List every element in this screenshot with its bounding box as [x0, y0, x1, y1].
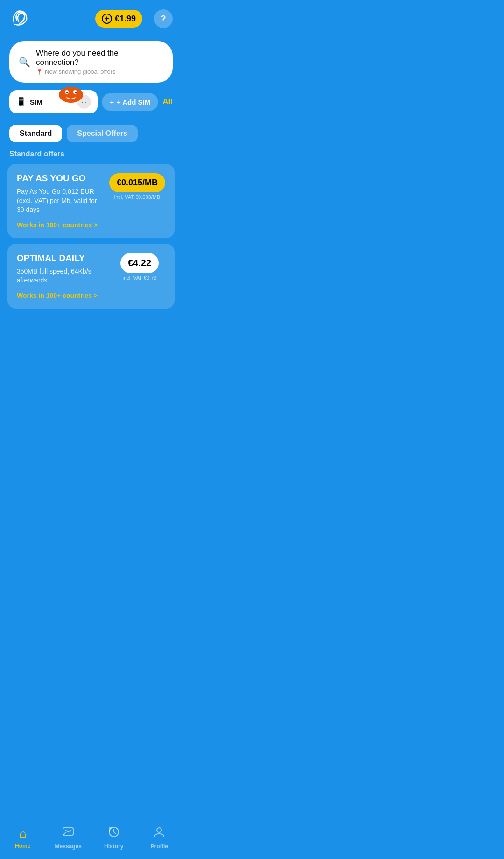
sim-icon: 📱: [16, 97, 26, 107]
balance-amount: €1.99: [115, 14, 136, 24]
nav-home-label: Home: [15, 843, 30, 849]
question-icon: ?: [161, 14, 166, 24]
tabs-row: Standard Special Offers: [0, 121, 182, 148]
price-badge-payg: €0.015/MB: [109, 173, 165, 192]
section-label: Standard offers: [0, 148, 182, 164]
offer-desc-payg: Pay As You Go 0,012 EUR (excl. VAT) per …: [17, 187, 104, 215]
svg-point-10: [157, 828, 161, 832]
search-bar[interactable]: 🔍 Where do you need the connection? 📍 No…: [9, 41, 173, 83]
add-sim-button[interactable]: + + Add SIM: [102, 93, 158, 111]
search-sub-text: 📍 Now showing global offers: [36, 68, 163, 75]
nav-profile[interactable]: Profile: [145, 826, 173, 850]
bottom-nav: ⌂ Home Messages History: [0, 821, 182, 859]
sim-name: SIM: [30, 98, 42, 106]
messages-icon: [62, 826, 74, 841]
header-right: + €1.99 ?: [95, 9, 173, 28]
svg-point-6: [66, 92, 68, 93]
tab-special-offers[interactable]: Special Offers: [67, 125, 138, 142]
all-button[interactable]: All: [162, 97, 173, 106]
nav-profile-label: Profile: [151, 843, 168, 850]
offer-card-optimal[interactable]: OPTIMAL DAILY 350MB full speed, 64Kb/s a…: [7, 244, 175, 309]
app-header: + €1.99 ?: [0, 0, 182, 34]
nav-messages[interactable]: Messages: [54, 826, 82, 850]
price-vat-payg: incl. VAT €0.003/MB: [114, 194, 160, 200]
home-icon: ⌂: [19, 826, 27, 841]
nav-history[interactable]: History: [100, 826, 128, 850]
plus-icon: +: [102, 14, 112, 24]
nav-home[interactable]: ⌂ Home: [9, 826, 37, 849]
offer-countries-optimal[interactable]: Works in 100+ countries >: [17, 292, 108, 299]
offer-left-optimal: OPTIMAL DAILY 350MB full speed, 64Kb/s a…: [17, 253, 108, 299]
sim-card[interactable]: 📱 SIM ···: [9, 90, 98, 113]
offer-card-payg[interactable]: PAY AS YOU GO Pay As You Go 0,012 EUR (e…: [7, 164, 175, 238]
nav-history-label: History: [104, 843, 123, 850]
tab-standard[interactable]: Standard: [9, 125, 62, 142]
search-container: 🔍 Where do you need the connection? 📍 No…: [0, 34, 182, 90]
price-badge-optimal: €4.22: [120, 253, 159, 273]
sim-row: 📱 SIM ··· + + Add SIM All: [0, 90, 182, 121]
search-text: Where do you need the connection? 📍 Now …: [36, 49, 163, 75]
offer-title-payg: PAY AS YOU GO: [17, 173, 104, 183]
add-balance-button[interactable]: + €1.99: [95, 10, 142, 28]
add-sim-label: + Add SIM: [117, 98, 150, 106]
offer-countries-payg[interactable]: Works in 100+ countries >: [17, 221, 104, 229]
svg-point-7: [75, 92, 77, 93]
search-icon: 🔍: [19, 56, 30, 68]
offer-right-payg: €0.015/MB incl. VAT €0.003/MB: [109, 173, 165, 200]
svg-point-3: [62, 89, 80, 102]
profile-icon: [153, 826, 165, 841]
price-vat-optimal: incl. VAT €0.73: [123, 275, 157, 281]
offers-list: PAY AS YOU GO Pay As You Go 0,012 EUR (e…: [0, 164, 182, 355]
search-main-text: Where do you need the connection?: [36, 49, 163, 67]
offer-title-optimal: OPTIMAL DAILY: [17, 253, 108, 263]
nav-messages-label: Messages: [55, 843, 82, 850]
offer-desc-optimal: 350MB full speed, 64Kb/s afterwards: [17, 267, 108, 285]
app-logo: [9, 7, 30, 30]
header-divider: [148, 12, 148, 25]
location-icon: 📍: [36, 69, 43, 75]
mascot-decoration: [57, 84, 84, 106]
add-icon: +: [110, 98, 114, 106]
offer-right-optimal: €4.22 incl. VAT €0.73: [114, 253, 165, 281]
offer-left-payg: PAY AS YOU GO Pay As You Go 0,012 EUR (e…: [17, 173, 104, 229]
history-icon: [108, 826, 120, 841]
help-button[interactable]: ?: [154, 9, 173, 28]
